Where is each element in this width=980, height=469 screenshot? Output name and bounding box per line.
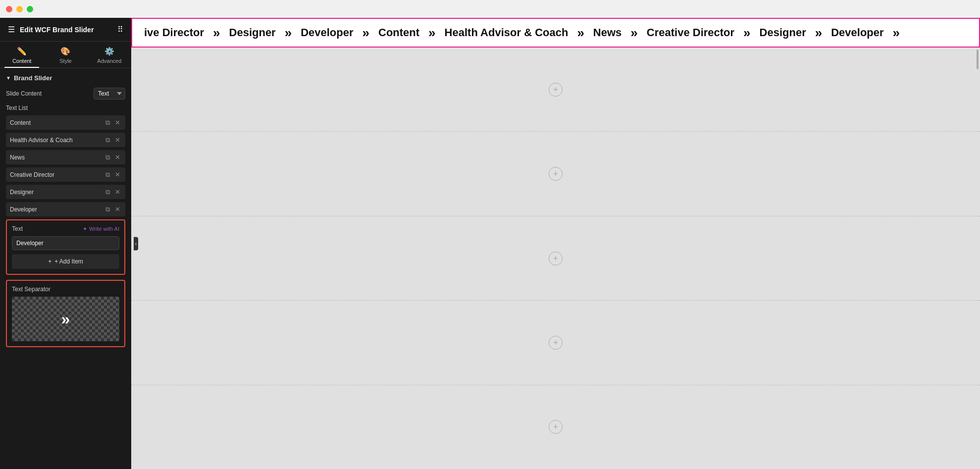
slider-item-6: Creative Director — [640, 26, 741, 39]
write-with-ai-button[interactable]: ✦ Write with AI — [83, 226, 119, 232]
text-field-label: Text — [12, 225, 23, 232]
close-button[interactable] — [6, 6, 12, 12]
slider-item-2: Developer — [294, 26, 360, 39]
content-tab-icon: ✏️ — [17, 47, 27, 56]
list-item-delete-1[interactable]: ✕ — [114, 118, 121, 127]
list-item-delete-5[interactable]: ✕ — [114, 188, 121, 196]
write-with-ai-label: Write with AI — [89, 226, 119, 232]
sidebar-header-left: ☰ Edit WCF Brand Slider — [8, 25, 94, 34]
add-item-button[interactable]: + + Add Item — [12, 254, 119, 269]
slide-content-row: Slide Content Text Image — [6, 88, 125, 100]
tab-content-label: Content — [12, 58, 32, 64]
sidebar-tabs: ✏️ Content 🎨 Style ⚙️ Advanced — [0, 42, 131, 68]
add-section-button-5[interactable]: + — [549, 420, 563, 434]
slider-sep-1: » — [283, 25, 294, 41]
canvas-section-2: + — [131, 132, 980, 216]
slide-content-select[interactable]: Text Image — [94, 88, 125, 100]
text-list: Content ⧉ ✕ Health Advisor & Coach ⧉ ✕ N… — [6, 115, 125, 216]
text-field-input[interactable] — [12, 236, 119, 250]
list-item-copy-2[interactable]: ⧉ — [104, 136, 111, 144]
slider-sep-0: » — [211, 25, 222, 41]
tab-content[interactable]: ✏️ Content — [0, 42, 44, 68]
add-section-button-3[interactable]: + — [549, 252, 563, 265]
slider-track: ive Director » Designer » Developer » Co… — [132, 25, 907, 41]
text-ai-section: Text ✦ Write with AI + + Add Item — [6, 219, 125, 275]
add-section-button-1[interactable]: + — [549, 83, 563, 97]
list-item-copy-4[interactable]: ⧉ — [104, 170, 111, 179]
slider-item-4: Health Advisor & Coach — [438, 26, 575, 39]
add-section-button-4[interactable]: + — [549, 336, 563, 350]
canvas-section-1: + — [131, 48, 980, 132]
list-item: Content ⧉ ✕ — [6, 115, 125, 130]
list-item-text-4: Creative Director — [10, 171, 102, 178]
list-item: News ⧉ ✕ — [6, 150, 125, 164]
list-item-delete-3[interactable]: ✕ — [114, 153, 121, 161]
style-tab-icon: 🎨 — [60, 47, 70, 56]
canvas-section-4: + — [131, 301, 980, 385]
list-item-text-5: Designer — [10, 189, 102, 196]
list-item: Designer ⧉ ✕ — [6, 185, 125, 199]
slider-item-3: Content — [371, 26, 426, 39]
slider-item-5: News — [586, 26, 628, 39]
slider-sep-3: » — [426, 25, 437, 41]
canvas-scrollbar[interactable] — [976, 48, 979, 469]
add-item-label: + Add Item — [54, 258, 83, 265]
add-section-button-2[interactable]: + — [549, 167, 563, 181]
list-item-delete-6[interactable]: ✕ — [114, 205, 121, 213]
canvas-sections: + + + + + — [131, 48, 980, 469]
tab-style[interactable]: 🎨 Style — [44, 42, 87, 68]
brand-slider-section-header: ▼ Brand Slider — [6, 74, 125, 82]
list-item-text-6: Developer — [10, 206, 102, 213]
slider-item-8: Developer — [824, 26, 890, 39]
list-item: Health Advisor & Coach ⧉ ✕ — [6, 133, 125, 147]
sidebar-wrapper: ☰ Edit WCF Brand Slider ⠿ ✏️ Content 🎨 S… — [0, 18, 131, 469]
window-chrome — [0, 0, 980, 18]
slider-sep-8: » — [891, 25, 902, 41]
maximize-button[interactable] — [27, 6, 33, 12]
separator-chevrons-icon: » — [61, 310, 70, 328]
list-item-text-2: Health Advisor & Coach — [10, 137, 102, 144]
separator-preview: » — [12, 297, 119, 341]
grid-icon[interactable]: ⠿ — [117, 25, 123, 34]
sidebar-collapse-handle[interactable]: ‹ — [134, 237, 138, 250]
list-item-copy-1[interactable]: ⧉ — [104, 118, 111, 127]
list-item-copy-3[interactable]: ⧉ — [104, 153, 111, 161]
slider-sep-4: » — [575, 25, 586, 41]
tab-advanced[interactable]: ⚙️ Advanced — [88, 42, 131, 68]
canvas-section-3: + — [131, 216, 980, 301]
slide-content-label: Slide Content — [6, 90, 42, 97]
text-separator-label: Text Separator — [12, 286, 119, 293]
list-item-delete-4[interactable]: ✕ — [114, 170, 121, 179]
slider-sep-2: » — [361, 25, 371, 41]
tab-advanced-label: Advanced — [97, 58, 121, 64]
write-with-ai-icon: ✦ — [83, 226, 87, 232]
slider-item-7: Designer — [753, 26, 813, 39]
slider-item-0: ive Director — [137, 26, 211, 39]
canvas-section-5: + — [131, 385, 980, 469]
sidebar: ☰ Edit WCF Brand Slider ⠿ ✏️ Content 🎨 S… — [0, 18, 131, 469]
list-item-copy-5[interactable]: ⧉ — [104, 188, 111, 196]
slider-sep-5: » — [628, 25, 639, 41]
list-item: Creative Director ⧉ ✕ — [6, 167, 125, 182]
slider-sep-7: » — [813, 25, 824, 41]
tab-style-label: Style — [59, 58, 71, 64]
advanced-tab-icon: ⚙️ — [104, 47, 114, 56]
section-collapse-icon[interactable]: ▼ — [6, 75, 11, 81]
list-item-copy-6[interactable]: ⧉ — [104, 205, 111, 213]
main-layout: ☰ Edit WCF Brand Slider ⠿ ✏️ Content 🎨 S… — [0, 18, 980, 469]
add-item-plus-icon: + — [48, 258, 52, 265]
list-item-text-1: Content — [10, 119, 102, 126]
slider-item-1: Designer — [222, 26, 283, 39]
sidebar-content: ▼ Brand Slider Slide Content Text Image … — [0, 68, 131, 469]
text-separator-section: Text Separator » — [6, 280, 125, 347]
hamburger-icon[interactable]: ☰ — [8, 25, 15, 34]
slider-sep-6: » — [741, 25, 752, 41]
sidebar-header: ☰ Edit WCF Brand Slider ⠿ — [0, 18, 131, 42]
sidebar-title: Edit WCF Brand Slider — [20, 26, 94, 34]
canvas-area: ive Director » Designer » Developer » Co… — [131, 18, 980, 469]
slider-banner: ive Director » Designer » Developer » Co… — [131, 18, 980, 48]
minimize-button[interactable] — [16, 6, 23, 12]
text-ai-header: Text ✦ Write with AI — [12, 225, 119, 232]
list-item: Developer ⧉ ✕ — [6, 202, 125, 216]
list-item-delete-2[interactable]: ✕ — [114, 136, 121, 144]
